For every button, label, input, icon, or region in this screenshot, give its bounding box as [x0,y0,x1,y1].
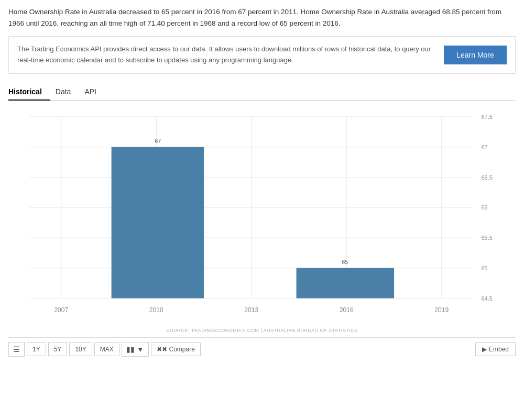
tab-data[interactable]: Data [56,83,80,100]
description-text: Home Ownership Rate in Australia decreas… [8,6,516,29]
y-label-67: 67 [481,144,487,150]
compare-icon: ✖✖ [157,346,167,353]
tab-api[interactable]: API [84,83,105,100]
bar-2010 [112,147,204,299]
bar-label-2016: 65 [342,259,348,265]
toolbar-left: ☰ 1Y 5Y 10Y MAX ▮▮ ▼ ✖✖ Compare [8,342,201,357]
api-banner-text: The Trading Economics API provides direc… [17,44,433,66]
source-text: SOURCE: TRADINGECONOMICS.COM | AUSTRALIA… [8,328,516,333]
btn-10y[interactable]: 10Y [69,342,92,356]
y-label-66: 66 [481,204,487,211]
chart-svg: 67 65 2007 2010 2013 2016 2019 67.5 67 6… [8,106,516,326]
btn-max[interactable]: MAX [94,342,119,356]
embed-icon: ▶ [482,346,487,353]
chart-area: 67 65 2007 2010 2013 2016 2019 67.5 67 6… [8,106,516,326]
api-banner: The Trading Economics API provides direc… [8,36,516,74]
btn-1y[interactable]: 1Y [27,342,46,356]
chart-type-button[interactable]: ▮▮ ▼ [122,342,149,357]
compare-label: Compare [169,346,195,353]
tab-historical[interactable]: Historical [8,83,50,100]
embed-button[interactable]: ▶ Embed [475,342,516,356]
bar-2016 [297,268,395,299]
x-label-2019: 2019 [434,306,449,313]
x-label-2016: 2016 [340,306,354,313]
y-label-66-5: 66.5 [481,174,493,180]
btn-5y[interactable]: 5Y [48,342,68,356]
x-label-2010: 2010 [149,306,163,313]
compare-button[interactable]: ✖✖ Compare [151,342,201,356]
x-label-2013: 2013 [244,306,258,313]
embed-label: Embed [489,346,509,353]
toolbar: ☰ 1Y 5Y 10Y MAX ▮▮ ▼ ✖✖ Compare ▶ Embed [8,337,516,359]
x-label-2007: 2007 [54,306,68,313]
menu-icon-button[interactable]: ☰ [8,342,25,357]
bar-label-2010: 67 [155,138,161,144]
y-label-64-5: 64.5 [481,295,493,301]
learn-more-button[interactable]: Learn More [444,46,507,64]
y-label-67-5: 67.5 [481,114,493,120]
tabs-container: Historical Data API [8,83,516,101]
y-label-65: 65 [481,265,487,271]
y-label-65-5: 65.5 [481,235,493,241]
